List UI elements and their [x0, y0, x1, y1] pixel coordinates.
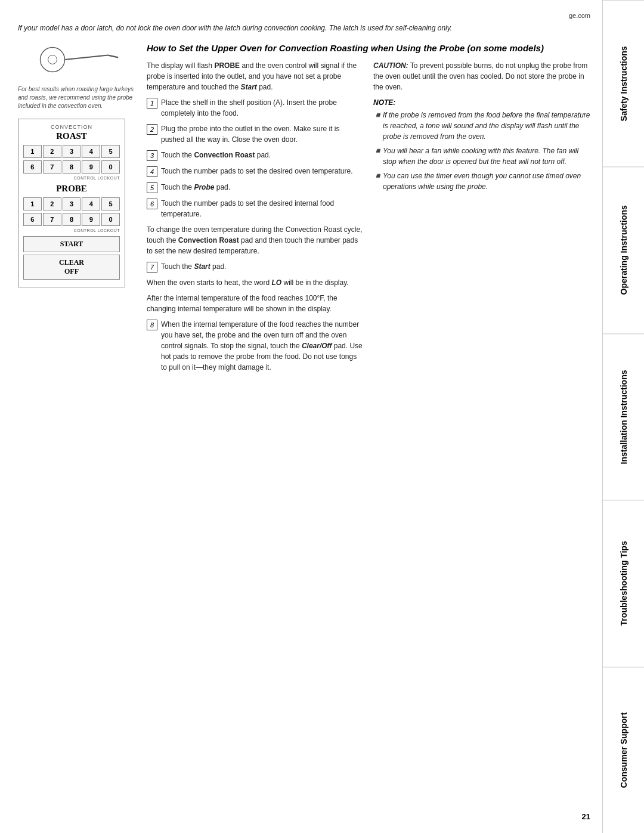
step-8: 8 When the internal temperature of the f… — [147, 319, 364, 373]
step-text-7: Touch the Start pad. — [161, 261, 364, 272]
num-btn-p8[interactable]: 8 — [63, 213, 81, 226]
num-grid-1: 1 2 3 4 5 — [23, 145, 120, 158]
section-title: How to Set the Upper Oven for Convection… — [147, 42, 590, 54]
num-grid-3: 1 2 3 4 5 — [23, 197, 120, 210]
step-5: 5 Touch the Probe pad. — [147, 182, 364, 193]
step-3: 3 Touch the Convection Roast pad. — [147, 150, 364, 161]
step-num-4: 4 — [147, 166, 157, 177]
control-lockout-1: CONTROL LOCKOUT — [23, 176, 120, 180]
step-7: 7 Touch the Start pad. — [147, 261, 364, 272]
note-text-1: If the probe is removed from the food be… — [383, 110, 590, 142]
step-text-1: Place the shelf in the shelf position (A… — [161, 97, 364, 119]
step-num-7: 7 — [147, 262, 157, 272]
probe-panel-label: PROBE — [23, 184, 120, 194]
svg-point-0 — [40, 47, 64, 72]
control-lockout-2: CONTROL LOCKOUT — [23, 228, 120, 233]
sidebar-tab-troubleshooting[interactable]: Troubleshooting Tips — [603, 500, 644, 666]
step-text-6: Touch the number pads to set the desired… — [161, 198, 364, 219]
page-number: 21 — [582, 812, 590, 821]
step-num-2: 2 — [147, 124, 157, 135]
svg-line-1 — [65, 55, 109, 60]
note-text-2: You will hear a fan while cooking with t… — [383, 145, 590, 167]
num-btn-2[interactable]: 2 — [43, 145, 61, 158]
probe-image — [18, 42, 137, 79]
num-btn-0[interactable]: 0 — [101, 160, 120, 174]
note-item-3: ◾ You can use the timer even though you … — [373, 171, 590, 192]
step-text-5: Touch the Probe pad. — [161, 182, 364, 193]
right-sidebar: Safety Instructions Operating Instructio… — [602, 0, 644, 833]
num-btn-7[interactable]: 7 — [43, 160, 61, 174]
top-caution-text: If your model has a door latch, do not l… — [18, 23, 590, 33]
sidebar-tab-consumer[interactable]: Consumer Support — [603, 667, 644, 833]
control-panel: CONVECTION ROAST 1 2 3 4 5 6 7 8 9 0 — [18, 119, 125, 287]
svg-line-2 — [108, 55, 118, 58]
num-btn-p6[interactable]: 6 — [23, 213, 42, 226]
note-bullet-2: ◾ — [373, 145, 379, 167]
caution-right-block: CAUTION: To prevent possible burns, do n… — [373, 60, 590, 92]
note-bullet-3: ◾ — [373, 171, 379, 192]
step-num-3: 3 — [147, 150, 157, 161]
oven-image-caption: For best results when roasting large tur… — [18, 85, 137, 110]
svg-point-3 — [48, 55, 57, 64]
sidebar-tab-safety[interactable]: Safety Instructions — [603, 0, 644, 166]
step-4: 4 Touch the number pads to set the desir… — [147, 166, 364, 177]
start-button[interactable]: START — [23, 236, 120, 252]
step-text-4: Touch the number pads to set the desired… — [161, 166, 364, 176]
note-item-2: ◾ You will hear a fan while cooking with… — [373, 145, 590, 167]
step-num-8: 8 — [147, 320, 157, 330]
sidebar-tab-operating[interactable]: Operating Instructions — [603, 166, 644, 333]
num-btn-4[interactable]: 4 — [82, 145, 100, 158]
step-text-8: When the internal temperature of the foo… — [161, 319, 364, 373]
num-btn-9[interactable]: 9 — [82, 160, 100, 174]
num-btn-6[interactable]: 6 — [23, 160, 42, 174]
num-btn-1[interactable]: 1 — [23, 145, 42, 158]
note-bullet-1: ◾ — [373, 110, 379, 142]
sidebar-tab-installation[interactable]: Installation Instructions — [603, 333, 644, 500]
intro-paragraph: The display will flash PROBE and the ove… — [147, 60, 364, 92]
clear-off-button[interactable]: CLEAR OFF — [23, 255, 120, 280]
num-btn-p0[interactable]: 0 — [101, 213, 120, 226]
control-top-label: CONVECTION — [23, 124, 120, 130]
step-1: 1 Place the shelf in the shelf position … — [147, 97, 364, 119]
after-step7b: After the internal temperature of the fo… — [147, 293, 364, 314]
note-text-3: You can use the timer even though you ca… — [383, 171, 590, 192]
note-title: NOTE: — [373, 98, 590, 107]
num-btn-p4[interactable]: 4 — [82, 197, 100, 210]
step-text-2: Plug the probe into the outlet in the ov… — [161, 123, 364, 145]
num-btn-5[interactable]: 5 — [101, 145, 120, 158]
num-btn-8[interactable]: 8 — [63, 160, 81, 174]
num-btn-p2[interactable]: 2 — [43, 197, 61, 210]
note-item-1: ◾ If the probe is removed from the food … — [373, 110, 590, 142]
mid-paragraph: To change the oven temperature during th… — [147, 224, 364, 256]
step-2: 2 Plug the probe into the outlet in the … — [147, 123, 364, 145]
num-grid-2: 6 7 8 9 0 — [23, 160, 120, 174]
num-btn-p5[interactable]: 5 — [101, 197, 120, 210]
step-num-5: 5 — [147, 182, 157, 193]
step-num-1: 1 — [147, 98, 157, 109]
num-btn-3[interactable]: 3 — [63, 145, 81, 158]
num-grid-4: 6 7 8 9 0 — [23, 213, 120, 226]
control-roast-label: ROAST — [23, 131, 120, 141]
step-6: 6 Touch the number pads to set the desir… — [147, 198, 364, 219]
num-btn-p7[interactable]: 7 — [43, 213, 61, 226]
num-btn-p3[interactable]: 3 — [63, 197, 81, 210]
num-btn-p1[interactable]: 1 — [23, 197, 42, 210]
step-num-6: 6 — [147, 199, 157, 209]
website-label: ge.com — [18, 12, 590, 19]
num-btn-p9[interactable]: 9 — [82, 213, 100, 226]
after-step7: When the oven starts to heat, the word L… — [147, 277, 364, 288]
step-text-3: Touch the Convection Roast pad. — [161, 150, 364, 160]
